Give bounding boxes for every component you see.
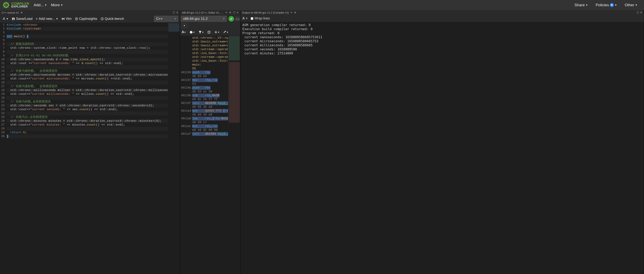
wrap-lines-checkbox[interactable]: Wrap lines [251,16,270,20]
asm-pane: x86-64 gcc 11.2 (C++, Editor #1, Compile… [180,10,240,274]
asm-header: x86-64 gcc 11.2▼ Co [180,15,240,23]
cppinsights-icon [75,17,78,20]
gear-icon[interactable]: ▼ [190,30,195,34]
output-pane: Output of x86-64 gcc 11.2 (Compiler #1) … [240,10,644,274]
status-ok-icon [228,16,234,22]
caret-icon: ▼ [60,4,63,6]
editor-pane: C++ source #1 ✕ ☐ ✕ A▼ Save/Load +Add ne… [0,10,180,274]
caret-icon: ▼ [586,4,588,6]
asm-tab[interactable]: x86-64 gcc 11.2 (C++, Editor #1, Compile… [180,10,240,15]
line-gutter: 1234567891011121314151617181920212223242… [0,23,7,274]
editor-toolbar: A▼ Save/Load +Add new...▼ Vim CppInsight… [0,15,180,23]
compiler-options-input[interactable]: Co [235,16,240,21]
cppinsights-button[interactable]: CppInsights [74,16,98,22]
save-load-button[interactable]: Save/Load [10,16,34,22]
filter-icon[interactable]: ▼ [198,30,204,34]
close-pane-icon[interactable]: ✕ [236,11,238,14]
font-button[interactable]: A▼ [242,16,248,20]
output-body[interactable]: ASM generation compiler returned: 0Execu… [240,22,644,274]
maximize-icon[interactable]: ☐ [233,11,235,14]
svg-rect-2 [6,7,6,8]
logo-text: COMPILER EXPLORER [11,2,29,8]
asm-subtoolbar1: ▼ [180,23,240,29]
compiler-select[interactable]: x86-64 gcc 11.2▼ [181,16,227,22]
logo-line2: EXPLORER [11,5,29,8]
wand-icon[interactable]: ▼ [223,30,228,34]
save-icon [12,17,15,20]
quickbench-icon [100,17,104,20]
panes: C++ source #1 ✕ ☐ ✕ A▼ Save/Load +Add ne… [0,10,644,274]
close-icon[interactable]: ✕ [229,11,232,14]
caret-icon: ▼ [635,4,638,6]
svg-rect-3 [3,5,4,5]
output-tab[interactable]: Output of x86-64 gcc 11.2 (Compiler #1) … [240,10,644,15]
caret-icon: ▼ [183,24,186,27]
maximize-icon[interactable]: ☐ [173,11,175,14]
close-icon[interactable]: ✕ [20,11,23,14]
svg-rect-4 [8,5,9,5]
asm-tab-title: x86-64 gcc 11.2 (C++, Editor #1, Compile… [182,11,224,14]
language-select[interactable]: C++▼ [154,16,178,22]
nav-other[interactable]: Other▼ [625,3,638,7]
add-icon[interactable]: ▼ [214,30,220,34]
asm-lines[interactable]: std::chrono::_V2::syststd::basic_ostream… [180,35,228,274]
asm-subtoolbar2: A▼ ▼ ▼ ▼ ▼ [180,29,240,35]
editor-code[interactable]: 1234567891011121314151617181920212223242… [0,23,180,274]
caret-icon: ▼ [44,4,47,6]
output-toolbar: A▼ Wrap lines [240,15,644,22]
chevron-down-icon: ▼ [222,17,225,20]
nav-add[interactable]: Add...▼ [34,3,47,7]
caret-icon: ▼ [6,17,8,20]
editor-tab[interactable]: C++ source #1 ✕ ☐ ✕ [0,10,180,15]
asm-dropdown[interactable]: ▼ [182,24,187,28]
pencil-icon[interactable]: ✎ [290,11,292,14]
code-lines[interactable]: #include <chrono>#include <iostream>int … [7,23,168,274]
asm-code[interactable]: std::chrono::_V2::syststd::basic_ostream… [180,35,240,274]
bell-icon [610,3,614,7]
book-icon[interactable] [208,30,210,34]
caret-icon: ▼ [615,4,617,6]
vim-icon [62,17,65,20]
logo-icon [2,1,10,9]
editor-tab-title: C++ source #1 [2,11,19,14]
svg-rect-1 [6,2,6,3]
wrap-checkbox-input[interactable] [251,17,253,20]
close-pane-icon[interactable]: ✕ [640,11,642,14]
maximize-icon[interactable]: ☐ [637,11,639,14]
output-tab-title: Output of x86-64 gcc 11.2 (Compiler #1) [242,11,289,14]
plus-icon: + [36,17,38,21]
pencil-icon[interactable]: ✎ [226,11,228,14]
close-icon[interactable]: ✕ [294,11,296,14]
minimap[interactable] [168,23,180,274]
caret-icon: ▼ [56,17,58,20]
vim-button[interactable]: Vim [60,16,73,22]
quickbench-button[interactable]: Quick-bench [99,16,125,22]
chevron-down-icon: ▼ [174,17,176,20]
caret-icon: ▼ [246,17,248,20]
close-pane-icon[interactable]: ✕ [176,11,178,14]
font-button[interactable]: A▼ [2,16,10,22]
top-nav: COMPILER EXPLORER Add...▼ More▼ Share▼ P… [0,0,644,10]
nav-share[interactable]: Share▼ [574,3,588,7]
logo[interactable]: COMPILER EXPLORER [2,1,29,9]
asm-minimap[interactable] [228,35,240,274]
font-button[interactable]: A▼ [182,30,186,34]
nav-more[interactable]: More▼ [51,3,63,7]
nav-policies[interactable]: Policies ▼ [596,3,617,7]
add-new-button[interactable]: +Add new...▼ [34,16,60,22]
